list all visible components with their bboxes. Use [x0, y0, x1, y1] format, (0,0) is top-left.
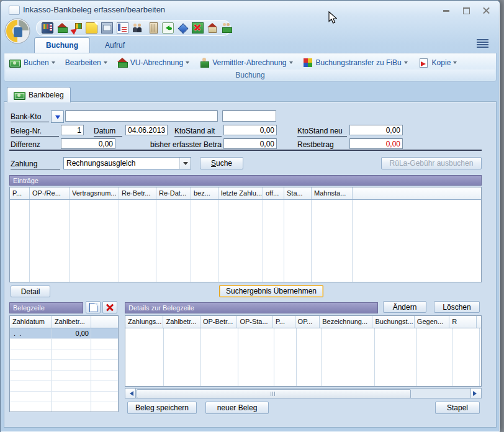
column-header[interactable]: Gegen... [415, 316, 450, 328]
maximize-icon[interactable] [460, 6, 472, 15]
envelope-icon[interactable] [101, 22, 113, 34]
vermittler-abrechnung-button[interactable]: Vermittler-Abrechnung [199, 58, 292, 68]
column-header[interactable]: Zahlbetr... [52, 316, 91, 328]
datum-input[interactable] [125, 125, 168, 135]
puzzle-icon [303, 58, 313, 68]
belegzeile-empty-row[interactable] [10, 402, 118, 412]
scrollbar-track[interactable] [136, 389, 470, 398]
nav-tab-aufruf[interactable]: Aufruf [94, 38, 136, 53]
close-icon[interactable] [480, 6, 492, 15]
buchungstransfer-zu-fibu-button[interactable]: Buchungstransfer zu FiBu [303, 58, 408, 68]
column-header[interactable]: bez... [191, 187, 218, 199]
beleg-speichern-button[interactable]: Beleg speichern [127, 402, 197, 414]
details-table[interactable]: Zahlungs...Zahlbetr...OP-Betr...OP-Sta..… [125, 315, 482, 387]
scrollbar-thumb[interactable] [137, 389, 411, 398]
cell [10, 381, 52, 391]
vu-abrechnung-button[interactable]: VU-Abrechnung [117, 58, 189, 68]
document-icon[interactable] [86, 22, 97, 34]
title-bar[interactable]: Inkasso-Bankbeleg erfassen/bearbeiten [1, 1, 500, 18]
zahlung-select[interactable]: Rechnungsausgleich [63, 157, 191, 169]
loeschen-button[interactable]: Löschen [434, 301, 480, 313]
eintraege-table[interactable]: P...OP-/Re...Vertragsnum...Re-Betr...Re-… [9, 187, 482, 282]
kopie-button[interactable]: Kopie [418, 58, 457, 68]
belegzeile-selected-row[interactable]: . .0,00 [10, 328, 118, 339]
ktostand-alt-input[interactable] [223, 125, 277, 135]
house-payment-icon[interactable] [57, 23, 68, 33]
grid-column [263, 200, 284, 282]
column-header[interactable]: Buchungst... [372, 316, 414, 328]
details-horizontal-scrollbar[interactable] [125, 388, 482, 398]
hamburger-menu-icon[interactable] [477, 39, 488, 49]
application-menu-button[interactable] [4, 18, 30, 44]
column-header[interactable]: Bezeichnung... [320, 316, 372, 328]
delete-row-icon [106, 304, 114, 311]
bearbeiten-button[interactable]: Bearbeiten [65, 58, 107, 67]
combo-dropdown-icon[interactable] [179, 158, 191, 169]
column-header[interactable]: Re-Dat... [156, 187, 191, 199]
transfer-arrow-icon[interactable] [71, 23, 82, 33]
people-payment-icon[interactable] [222, 23, 232, 33]
building-icon[interactable] [150, 22, 158, 34]
column-header[interactable]: Zahldatum [10, 316, 52, 328]
ktostand-neu-input[interactable] [349, 125, 403, 135]
column-header[interactable]: OP... [295, 316, 320, 328]
bank-kto-lookup-button[interactable] [51, 110, 64, 123]
differenz-input[interactable] [61, 138, 115, 149]
beleg-nr-input[interactable] [61, 125, 84, 135]
restbetrag-input[interactable] [349, 138, 403, 149]
neuer-beleg-button[interactable]: neuer Beleg [205, 402, 269, 414]
scroll-right-icon[interactable] [470, 389, 481, 398]
column-header[interactable]: R [449, 316, 477, 328]
stapel-button[interactable]: Stapel [435, 402, 480, 414]
details-title: Details zur Belegzeile [128, 304, 194, 312]
house-icon[interactable] [207, 23, 218, 33]
people-icon[interactable] [132, 23, 143, 33]
belegzeile-empty-row[interactable] [10, 360, 118, 371]
column-header[interactable]: P... [10, 187, 30, 199]
belegzeile-empty-row[interactable] [10, 349, 118, 360]
new-row-button[interactable] [86, 301, 101, 313]
suchergebnis-uebernehmen-button[interactable]: Suchergebnis Übernehmen [219, 285, 323, 297]
grid-column [452, 328, 480, 387]
bisher-erfasster-betrag-input[interactable] [223, 138, 277, 149]
column-header[interactable]: Sta... [284, 187, 312, 199]
column-header[interactable]: Zahlungs... [125, 316, 163, 328]
report-icon[interactable] [117, 22, 128, 34]
belegzeile-empty-row[interactable] [10, 381, 118, 392]
belegzeile-empty-row[interactable] [10, 371, 118, 381]
eintraege-title: Einträge [13, 177, 38, 184]
ribbon-button-label: Bearbeiten [65, 58, 101, 67]
column-header[interactable]: Vertragsnum... [70, 187, 119, 199]
column-header[interactable]: Re-Betr... [119, 187, 156, 199]
column-header[interactable]: OP-Betr... [200, 316, 237, 328]
column-header[interactable]: OP-/Re... [30, 187, 70, 199]
undo-arrow-icon[interactable] [162, 22, 174, 34]
cell [52, 402, 91, 412]
chevron-down-icon [404, 61, 408, 66]
suche-button[interactable]: Suche [200, 157, 243, 169]
belegzeile-empty-row[interactable] [10, 392, 118, 402]
nav-tab-buchung[interactable]: Buchung [34, 37, 90, 53]
delete-row-button[interactable] [102, 301, 117, 313]
column-header[interactable]: letzte Zahlu... [218, 187, 263, 199]
column-header[interactable]: P... [273, 316, 295, 328]
diamond-icon[interactable] [178, 23, 188, 33]
bank-kto-input[interactable] [65, 110, 218, 122]
aendern-button[interactable]: Ändern [383, 301, 426, 313]
ruela-gebuehr-ausbuchen-button[interactable]: RüLa-Gebühr ausbuchen [381, 157, 482, 169]
screen-presentation-icon[interactable] [42, 22, 53, 34]
column-header[interactable]: Mahnsta... [312, 187, 353, 199]
column-header[interactable]: OP-Sta... [237, 316, 272, 328]
column-header[interactable]: Zahlbetr... [163, 316, 200, 328]
buchen-button[interactable]: Buchen [9, 58, 55, 68]
minimize-icon[interactable] [440, 6, 452, 15]
tab-bankbeleg[interactable]: Bankbeleg [7, 87, 71, 102]
belegzeile-table[interactable]: ZahldatumZahlbetr... . .0,00 [9, 315, 119, 412]
belegzeile-empty-row[interactable] [10, 339, 118, 349]
detail-button[interactable]: Detail [11, 286, 50, 297]
grid-column [191, 200, 218, 282]
column-header[interactable]: off... [263, 187, 284, 199]
scroll-left-icon[interactable] [125, 389, 136, 398]
bank-kto-nr-input[interactable] [222, 110, 276, 122]
money-cancel-icon[interactable] [192, 22, 204, 34]
